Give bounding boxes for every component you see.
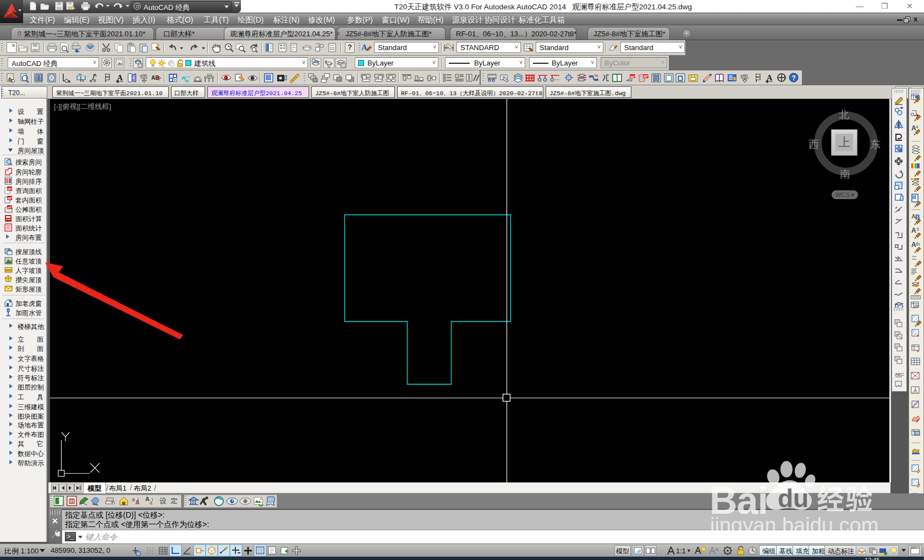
svg-text:ABC: ABC [895,372,904,377]
svg-text:T: T [917,282,920,285]
svg-text:m²: m² [8,196,13,200]
svg-text:?: ? [792,74,796,82]
svg-text:Ih: Ih [916,241,920,247]
svg-text:4: 4 [916,124,919,129]
svg-text:A: A [911,227,916,234]
svg-text:a: a [132,497,135,502]
svg-text:m²: m² [644,74,648,78]
svg-text:±00: ±00 [740,73,748,78]
svg-text:±00: ±00 [140,73,147,78]
svg-text:A: A [361,43,367,52]
svg-text:S: S [916,227,919,232]
svg-text:1: 1 [917,481,920,486]
svg-text:定: 定 [170,497,178,505]
svg-text:A: A [135,499,140,506]
svg-text:B: B [94,79,96,83]
svg-text:1:1: 1:1 [676,547,686,555]
svg-text:✶: ✶ [916,334,920,338]
svg-text:m²: m² [8,187,13,191]
svg-text:a: a [150,500,152,506]
svg-text:设: 设 [160,497,167,505]
svg-text:m²: m² [630,75,635,79]
svg-text:m²: m² [8,206,12,209]
svg-text:101: 101 [207,73,213,76]
svg-text:A: A [145,496,150,502]
svg-text:✶: ✶ [916,349,920,353]
